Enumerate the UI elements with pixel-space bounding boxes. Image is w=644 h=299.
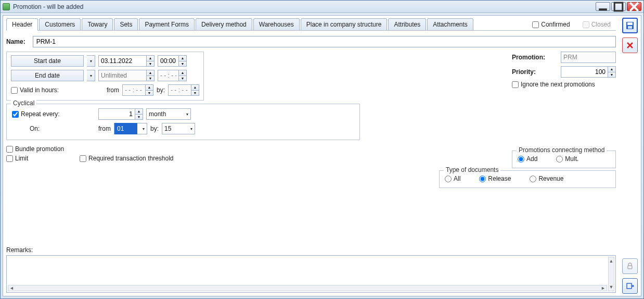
svg-rect-9 [628,266,632,269]
cyclical-legend: Cyclical [11,99,36,107]
app-icon [3,3,10,10]
promotion-field [561,52,616,63]
tab-sets[interactable]: Sets [114,18,138,30]
remarks-hscroll[interactable]: ◄► [8,285,607,291]
ignore-next-checkbox[interactable]: Ignore the next promotions [512,81,616,88]
tab-customers[interactable]: Customers [39,18,81,30]
priority-label: Priority: [512,68,536,76]
cyclical-by-label: by: [150,125,159,132]
window-title: Promotion - will be added [13,3,83,10]
priority-field[interactable]: ▲▼ [561,66,616,78]
start-date-dropdown[interactable]: ▾ [87,55,95,67]
valid-by-label: by: [157,86,165,94]
tab-towary[interactable]: Towary [82,18,113,30]
remarks-section: Remarks: ▲▼ ◄► [6,246,616,293]
doctype-release-radio[interactable]: Release [479,175,511,182]
tab-place-structure[interactable]: Place in company structure [301,18,388,30]
start-time-spinner[interactable]: ▲▼ [178,55,187,67]
connecting-legend: Promotions connecting method [517,146,607,154]
remarks-label: Remarks: [6,246,616,254]
svg-rect-6 [628,26,632,29]
bundle-promotion-checkbox[interactable]: Bundle promotion [6,145,64,153]
remarks-vscroll[interactable]: ▲▼ [608,257,614,291]
tab-attachments[interactable]: Attachments [427,18,473,30]
tab-warehouses[interactable]: Warehouses [253,18,300,30]
save-button[interactable] [622,18,638,33]
minimize-button[interactable] [596,2,610,11]
remarks-textarea[interactable]: ▲▼ ◄► [6,255,616,293]
repeat-unit-select[interactable]: month▾ [146,108,191,120]
cancel-button[interactable] [622,38,638,53]
valid-from-label: from [107,86,119,94]
name-label: Name: [6,38,25,45]
required-threshold-checkbox[interactable]: Required transaction threshold [80,155,173,162]
name-input[interactable] [33,36,616,47]
titlebar: Promotion - will be added [1,1,643,13]
start-date-button[interactable]: Start date [11,55,84,67]
repeat-every-label: Repeat every: [21,110,60,118]
cyclical-from-select[interactable]: 01 ▾ [114,123,147,134]
tab-attributes[interactable]: Attributes [388,18,426,30]
repeat-every-checkbox[interactable]: Repeat every: [12,110,95,118]
svg-rect-1 [614,3,623,11]
confirmed-label: Confirmed [541,21,570,28]
limit-checkbox[interactable]: Limit [6,155,64,162]
end-time-spinner[interactable]: ▲▼ [178,70,187,81]
on-label: On: [12,125,95,132]
cyclical-from-label: from [98,125,111,132]
doctype-revenue-radio[interactable]: Revenue [530,175,563,182]
confirmed-checkbox[interactable]: Confirmed [532,21,570,28]
required-threshold-label: Required transaction threshold [88,155,173,162]
maximize-button[interactable] [611,2,626,11]
tab-header[interactable]: Header [6,18,38,31]
export-button[interactable] [622,278,638,294]
end-date-spinner[interactable]: ▲▼ [146,70,154,81]
tab-delivery-method[interactable]: Delivery method [196,18,252,30]
start-date-field[interactable]: ▲▼ [98,55,154,67]
repeat-every-value[interactable]: ▲▼ [98,108,143,120]
end-time-field[interactable]: ▲▼ [158,70,187,81]
connecting-add-radio[interactable]: Add [518,155,537,163]
valid-in-hours-checkbox[interactable]: Valid in hours: [11,86,59,94]
svg-rect-10 [627,283,632,289]
valid-by-field[interactable]: ▲▼ [168,84,199,96]
doctype-legend: Type of documents [444,166,500,173]
ignore-next-label: Ignore the next promotions [521,81,595,88]
tab-bar: Header Customers Towary Sets Payment For… [6,18,616,31]
closed-label: Closed [591,21,611,28]
closed-checkbox: Closed [583,21,611,28]
start-time-field[interactable]: ▲▼ [158,55,187,67]
end-date-field[interactable]: ▲▼ [98,70,154,81]
start-date-spinner[interactable]: ▲▼ [146,55,154,67]
end-date-dropdown[interactable]: ▾ [87,70,95,81]
tab-payment-forms[interactable]: Payment Forms [139,18,195,30]
end-date-button[interactable]: End date [11,70,84,81]
cyclical-by-select[interactable]: 15▾ [162,123,195,134]
valid-in-hours-label: Valid in hours: [20,86,59,94]
valid-from-field[interactable]: ▲▼ [122,84,153,96]
connecting-mult-radio[interactable]: Mult. [556,155,578,163]
close-button[interactable] [627,2,641,11]
limit-label: Limit [15,155,28,162]
promotion-label: Promotion: [512,54,545,61]
svg-rect-5 [627,22,633,25]
lock-button[interactable] [622,258,638,274]
app-window: Promotion - will be added Header Custome… [0,0,644,299]
doctype-all-radio[interactable]: All [445,175,460,182]
bundle-promotion-label: Bundle promotion [15,145,64,153]
